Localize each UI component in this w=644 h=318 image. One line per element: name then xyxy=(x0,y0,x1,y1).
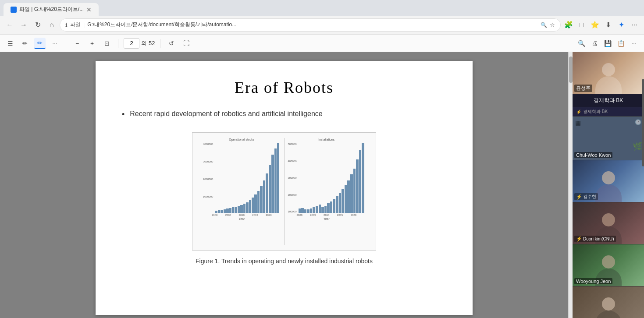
participant-item-3[interactable]: ⚡ 김수현 xyxy=(573,160,644,202)
zoom-out-button[interactable]: − xyxy=(71,38,83,49)
more-tools-button[interactable]: ··· xyxy=(49,38,60,49)
active-tab[interactable]: 파일 | G:/내%20드라이브/... ✕ xyxy=(4,3,99,16)
tab-close-button[interactable]: ✕ xyxy=(86,6,92,13)
person-head xyxy=(602,255,615,269)
pdf-more-button[interactable]: ··· xyxy=(628,38,640,49)
zoom-in-button[interactable]: + xyxy=(86,38,98,49)
scrollbar-thumb[interactable] xyxy=(569,57,573,83)
participant-name-4: ⚡ Doori kim(CNU) xyxy=(574,236,616,242)
muted-icon-4: ⚡ xyxy=(576,236,582,242)
participant-item-6[interactable]: ⚡ Wiroy Shin xyxy=(573,286,644,318)
bar xyxy=(260,186,262,213)
bar xyxy=(235,207,237,213)
pdf-print-button[interactable]: 🖨 xyxy=(589,38,600,49)
fit-page-button[interactable]: ⊡ xyxy=(101,38,113,49)
bar xyxy=(224,209,226,213)
browser-chrome: 파일 | G:/내%20드라이브/... ✕ ← → ↻ ⌂ ℹ 파일 | G:… xyxy=(0,0,644,35)
bar xyxy=(330,201,333,213)
clock-icon: 🕐 xyxy=(635,119,641,125)
pdf-save-as-button[interactable]: 📋 xyxy=(615,38,626,49)
chart-container: Operational stocks 4000000 3000000 20000… xyxy=(122,132,446,251)
participant-label-4: Doori kim(CNU) xyxy=(583,237,614,241)
sidebar-scrollbar[interactable] xyxy=(642,79,644,166)
participant-item-4[interactable]: ⚡ Doori kim(CNU) xyxy=(573,202,644,244)
bar xyxy=(353,169,356,213)
bar xyxy=(319,205,321,213)
figure-caption: Figure 1. Trends in operating and newly … xyxy=(122,258,446,265)
person-head xyxy=(602,171,615,184)
participant-label-3: 김수현 xyxy=(583,194,596,200)
pdf-search-button[interactable]: 🔍 xyxy=(576,38,587,49)
sidebar-header-title: 경제학과 BK xyxy=(594,97,623,103)
person-head xyxy=(602,63,615,76)
draw-button[interactable]: ✏ xyxy=(34,38,46,49)
back-button[interactable]: ← xyxy=(4,19,16,31)
sidebar-header: 경제학과 BK xyxy=(573,94,644,107)
home-button[interactable]: ⌂ xyxy=(46,19,58,31)
bookmark-icon[interactable]: ☆ xyxy=(550,21,555,28)
bar xyxy=(232,207,234,213)
left-bars xyxy=(214,143,280,213)
downloads-button[interactable]: ⬇ xyxy=(602,19,614,31)
bullet-dot: • xyxy=(122,110,125,119)
toolbar-right: 🧩 □ ⭐ ⬇ ✦ ··· xyxy=(562,19,640,31)
pdf-page-2: Era of Robots • Recent rapid development… xyxy=(96,61,473,315)
bar xyxy=(263,180,265,213)
bar xyxy=(350,174,353,213)
pdf-scrollbar[interactable] xyxy=(568,52,573,318)
favorites-button[interactable]: ⭐ xyxy=(589,19,601,31)
participant-item-1[interactable]: 윤성주 xyxy=(573,52,644,94)
bar xyxy=(246,202,248,213)
bar xyxy=(342,189,344,213)
bar xyxy=(254,194,256,213)
bullet-text: Recent rapid development of robotics and… xyxy=(130,110,322,119)
highlight-button[interactable]: ✏ xyxy=(19,38,31,49)
bar xyxy=(313,207,315,213)
bar xyxy=(266,173,268,213)
sidebar-sub-text: 경제학과 BK xyxy=(583,109,608,115)
rotate-button[interactable]: ↺ xyxy=(166,38,177,49)
pdf-toolbar: ☰ ✏ ✏ ··· − + ⊡ 의 52 ↺ ⛶ 🔍 🖨 💾 📋 ··· xyxy=(0,35,644,52)
bar xyxy=(271,155,274,213)
right-y-axis: 500000 400000 300000 200000 100000 xyxy=(288,143,298,213)
participants-sidebar: 윤성주 경제학과 BK ⚡ 경제학과 BK ▦ 🕐 🌿 Chul-Woo Kwo… xyxy=(573,52,644,318)
collections-button[interactable]: □ xyxy=(576,19,588,31)
refresh-button[interactable]: ↻ xyxy=(32,19,44,31)
address-bar[interactable]: ℹ 파일 | G:/내%20드라이브/문서함/document/학술활동/기타/… xyxy=(60,18,561,32)
bar xyxy=(215,211,217,213)
file-label: 파일 xyxy=(70,21,81,28)
pdf-right-tools: 🔍 🖨 💾 📋 ··· xyxy=(576,38,640,49)
participant-item-2[interactable]: ▦ 🕐 🌿 Chul-Woo Kwon xyxy=(573,117,644,160)
page-input[interactable] xyxy=(124,38,139,49)
bar xyxy=(345,185,347,213)
pdf-viewer[interactable]: Era of Robots • Recent rapid development… xyxy=(0,52,568,318)
separator-2 xyxy=(118,39,118,48)
copilot-button[interactable]: ✦ xyxy=(615,19,627,31)
bar xyxy=(304,209,307,213)
participant-item-5[interactable]: Wooyoung Jeon xyxy=(573,244,644,286)
pdf-save-button[interactable]: 💾 xyxy=(602,38,613,49)
browser-toolbar: ← → ↻ ⌂ ℹ 파일 | G:/내%20드라이브/문서함/document/… xyxy=(0,16,644,34)
sidebar-toggle-button[interactable]: ☰ xyxy=(4,38,16,49)
chart-halves: Operational stocks 4000000 3000000 20000… xyxy=(199,138,369,245)
pdf-page-content: Era of Robots • Recent rapid development… xyxy=(122,78,446,265)
right-x-axis: 2000 2005 2010 2015 2020 xyxy=(288,213,366,216)
bar xyxy=(307,209,310,213)
more-button[interactable]: ··· xyxy=(628,19,640,31)
person-head xyxy=(602,213,615,226)
search-icon[interactable]: 🔍 xyxy=(541,22,547,28)
forward-button[interactable]: → xyxy=(18,19,30,31)
bar xyxy=(243,204,246,213)
bar xyxy=(310,208,313,213)
bar xyxy=(277,143,279,213)
bar xyxy=(226,208,228,213)
left-x-axis: 2000 2005 2010 2015 2020 xyxy=(203,213,281,216)
left-chart-title: Operational stocks xyxy=(203,138,281,141)
info-icon: ℹ xyxy=(65,22,68,28)
participant-name-5: Wooyoung Jeon xyxy=(574,278,612,284)
extensions-button[interactable]: 🧩 xyxy=(562,19,575,31)
left-chart: Operational stocks 4000000 3000000 20000… xyxy=(199,138,285,245)
left-y-axis: 4000000 3000000 2000000 1000000 xyxy=(203,143,214,213)
full-screen-button[interactable]: ⛶ xyxy=(181,38,192,49)
person-head xyxy=(602,297,615,311)
